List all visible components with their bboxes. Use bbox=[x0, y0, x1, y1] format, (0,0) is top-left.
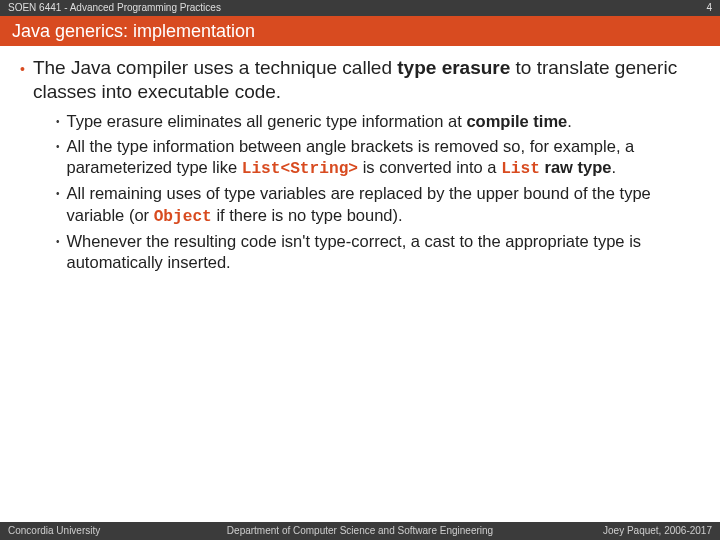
text-fragment: is converted into a bbox=[358, 158, 501, 176]
main-bullet: • The Java compiler uses a technique cal… bbox=[20, 56, 700, 105]
slide-number: 4 bbox=[706, 0, 712, 16]
list-item: • Whenever the resulting code isn't type… bbox=[56, 231, 700, 274]
sub-text: Type erasure eliminates all generic type… bbox=[67, 111, 572, 132]
list-item: • All remaining uses of type variables a… bbox=[56, 183, 700, 227]
text-fragment: . bbox=[567, 112, 572, 130]
text-fragment: . bbox=[611, 158, 616, 176]
footer-bar: Department of Computer Science and Softw… bbox=[0, 522, 720, 540]
code-object: Object bbox=[154, 208, 212, 226]
code-list-string: List<String> bbox=[242, 160, 358, 178]
bullet-icon: • bbox=[56, 231, 60, 253]
code-list: List bbox=[501, 160, 540, 178]
term-type-erasure: type erasure bbox=[397, 57, 510, 78]
list-item: • All the type information between angle… bbox=[56, 136, 700, 180]
bullet-icon: • bbox=[56, 183, 60, 205]
term-compile-time: compile time bbox=[466, 112, 567, 130]
text-fragment: Type erasure eliminates all generic type… bbox=[67, 112, 467, 130]
slide-title: Java generics: implementation bbox=[0, 16, 720, 46]
list-item: • Type erasure eliminates all generic ty… bbox=[56, 111, 700, 133]
main-text: The Java compiler uses a technique calle… bbox=[33, 56, 700, 105]
header-bar: SOEN 6441 - Advanced Programming Practic… bbox=[0, 0, 720, 16]
content-area: • The Java compiler uses a technique cal… bbox=[0, 46, 720, 273]
bullet-icon: • bbox=[20, 56, 25, 82]
term-raw-type: raw type bbox=[545, 158, 612, 176]
text-fragment: The Java compiler uses a technique calle… bbox=[33, 57, 397, 78]
text-fragment: if there is no type bound). bbox=[212, 206, 403, 224]
footer-right: Joey Paquet, 2006-2017 bbox=[603, 522, 712, 540]
sub-bullet-list: • Type erasure eliminates all generic ty… bbox=[20, 111, 700, 274]
bullet-icon: • bbox=[56, 111, 60, 133]
footer-left: Concordia University bbox=[8, 522, 100, 540]
bullet-icon: • bbox=[56, 136, 60, 158]
sub-text: All the type information between angle b… bbox=[67, 136, 700, 180]
sub-text: Whenever the resulting code isn't type-c… bbox=[67, 231, 700, 274]
sub-text: All remaining uses of type variables are… bbox=[67, 183, 700, 227]
course-label: SOEN 6441 - Advanced Programming Practic… bbox=[8, 0, 221, 16]
